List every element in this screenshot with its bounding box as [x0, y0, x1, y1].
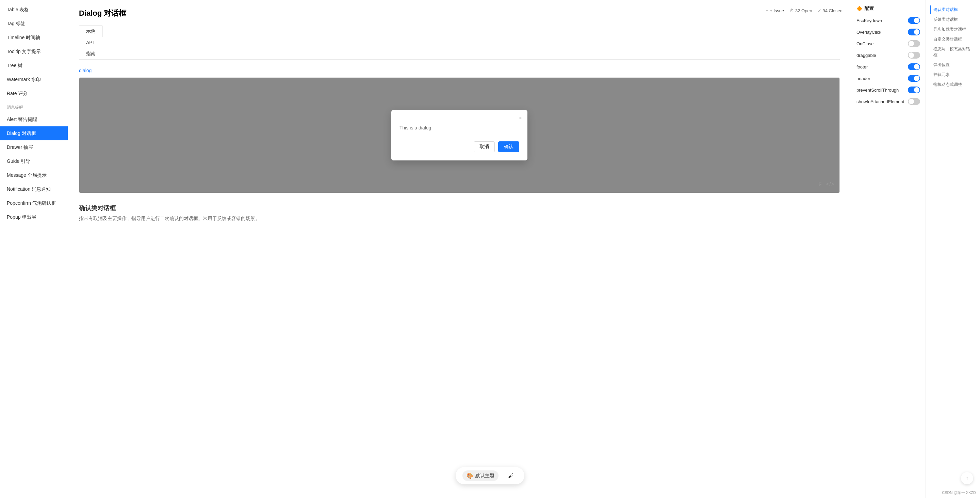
theme-label: 默认主题	[476, 473, 495, 479]
sidebar-item-dialog[interactable]: Dialog 对话框	[0, 126, 68, 140]
demo-actions: ⎘ </>	[819, 181, 834, 187]
right-nav-item-style[interactable]: 拖拽动态式调整	[930, 80, 976, 89]
tab-guide[interactable]: 指南	[79, 48, 103, 60]
toggle-preventScrollThrough[interactable]	[908, 86, 920, 93]
config-label-header: header	[856, 76, 870, 81]
sidebar-item-notification[interactable]: Notification 消息通知	[0, 182, 68, 196]
sidebar-item-table[interactable]: Table 表格	[0, 3, 68, 17]
sidebar-item-alert[interactable]: Alert 警告提醒	[0, 112, 68, 126]
issue-bar: + + Issue ⏱ 32 Open ✓ 94 Closed	[765, 8, 843, 13]
sidebar-item-tree[interactable]: Tree 树	[0, 59, 68, 73]
sidebar-item-guide[interactable]: Guide 引导	[0, 154, 68, 168]
dialog-close-button[interactable]: ×	[519, 115, 522, 121]
footer-note: CSDN @陌一 XKZD	[942, 490, 976, 495]
sidebar-item-message[interactable]: Message 全局提示	[0, 168, 68, 182]
toggle-header[interactable]	[908, 75, 920, 82]
closed-count: ✓ 94 Closed	[818, 8, 843, 13]
config-label-overlayClick: OverlayClick	[856, 30, 881, 35]
config-row-onClose: OnClose	[856, 40, 920, 47]
config-label-showInAttachedElement: showInAttachedElement	[856, 99, 904, 104]
clock-icon: ⏱	[789, 8, 794, 13]
cancel-button[interactable]: 取消	[474, 141, 495, 152]
plus-icon: +	[765, 8, 768, 13]
config-label-preventScrollThrough: preventScrollThrough	[856, 88, 899, 93]
demo-area: × This is a dialog 取消 确认 ⎘ </>	[79, 77, 840, 193]
toggle-onClose[interactable]	[908, 40, 920, 47]
tab-api[interactable]: API	[79, 37, 103, 48]
copy-icon[interactable]: ⎘	[819, 181, 822, 187]
config-label-escKeydown: EscKeydown	[856, 18, 882, 23]
config-row-overlayClick: OverlayClick	[856, 29, 920, 35]
config-row-draggable: draggable	[856, 52, 920, 59]
sidebar-item-timeline[interactable]: Timeline 时间轴	[0, 31, 68, 45]
config-row-escKeydown: EscKeydown	[856, 17, 920, 24]
dialog-link[interactable]: dialog	[79, 68, 92, 73]
sidebar-item-drawer[interactable]: Drawer 抽屉	[0, 140, 68, 154]
toggle-escKeydown[interactable]	[908, 17, 920, 24]
main-content: + + Issue ⏱ 32 Open ✓ 94 Closed Dialog 对…	[68, 0, 851, 498]
brush-icon: 🖌	[508, 473, 514, 479]
config-icon: 🔶	[856, 6, 862, 11]
config-title: 🔶 配置	[856, 5, 920, 11]
sidebar-item-watermark[interactable]: Watermark 水印	[0, 73, 68, 86]
theme-switcher: 🎨 默认主题 🖌	[456, 467, 524, 484]
palette-icon: 🎨	[466, 472, 473, 479]
sidebar-item-popup[interactable]: Popup 弹出层	[0, 210, 68, 224]
right-nav-item-confirm[interactable]: 确认类对话框	[930, 5, 976, 14]
theme-default-button[interactable]: 🎨 默认主题	[463, 471, 498, 481]
dialog-box: × This is a dialog 取消 确认	[391, 110, 527, 160]
config-row-footer: footer	[856, 63, 920, 70]
open-count: ⏱ 32 Open	[789, 8, 812, 13]
dialog-body: This is a dialog	[399, 118, 519, 141]
add-issue-label: + Issue	[770, 8, 784, 13]
sidebar-item-popconfirm[interactable]: Popconfirm 气泡确认框	[0, 196, 68, 210]
dialog-footer: 取消 确认	[399, 141, 519, 152]
theme-dark-button[interactable]: 🖌	[504, 471, 517, 481]
toggle-showInAttachedElement[interactable]	[908, 98, 920, 105]
toggle-overlayClick[interactable]	[908, 29, 920, 35]
scroll-top-button[interactable]: ↑	[961, 472, 973, 484]
tab-example[interactable]: 示例	[79, 25, 103, 37]
right-nav-item-mount[interactable]: 挂载元素	[930, 70, 976, 79]
right-nav-item-async-load[interactable]: 异步加载类对话框	[930, 25, 976, 34]
sidebar-item-tooltip[interactable]: Tooltip 文字提示	[0, 45, 68, 59]
app-layout: Table 表格Tag 标签Timeline 时间轴Tooltip 文字提示Tr…	[0, 0, 980, 498]
config-row-header: header	[856, 75, 920, 82]
config-label-draggable: draggable	[856, 53, 876, 58]
toggle-footer[interactable]	[908, 63, 920, 70]
right-nav-item-modal-state[interactable]: 模态与非模态类对话框	[930, 45, 976, 59]
config-row-showInAttachedElement: showInAttachedElement	[856, 98, 920, 105]
sidebar: Table 表格Tag 标签Timeline 时间轴Tooltip 文字提示Tr…	[0, 0, 68, 498]
config-label-footer: footer	[856, 64, 868, 70]
config-row-preventScrollThrough: preventScrollThrough	[856, 86, 920, 93]
right-nav-item-feedback[interactable]: 反馈类对话框	[930, 15, 976, 24]
sidebar-section-section-msg: 消息提醒	[0, 101, 68, 112]
check-icon: ✓	[818, 8, 821, 13]
section-title: 确认类对话框	[79, 204, 840, 212]
right-nav-item-position[interactable]: 弹出位置	[930, 61, 976, 69]
dialog-overlay: × This is a dialog 取消 确认	[79, 78, 840, 193]
config-label-onClose: OnClose	[856, 41, 874, 46]
arrow-up-icon: ↑	[966, 476, 969, 481]
add-issue-button[interactable]: + + Issue	[765, 8, 784, 13]
code-icon[interactable]: </>	[826, 181, 834, 187]
sidebar-item-rate[interactable]: Rate 评分	[0, 86, 68, 101]
sidebar-item-tag[interactable]: Tag 标签	[0, 17, 68, 31]
confirm-button[interactable]: 确认	[498, 141, 519, 152]
section-desc: 指带有取消及主要操作，指导用户进行二次确认的对话框。常用于反馈或容错的场景。	[79, 215, 840, 222]
right-nav: 确认类对话框反馈类对话框异步加载类对话框自定义类对话框模态与非模态类对话框弹出位…	[926, 0, 980, 498]
tabs: 示例API指南	[79, 25, 840, 60]
page-title: Dialog 对话框	[79, 8, 840, 18]
right-nav-item-custom[interactable]: 自定义类对话框	[930, 35, 976, 44]
toggle-draggable[interactable]	[908, 52, 920, 59]
config-panel: 🔶 配置 EscKeydownOverlayClickOnClosedragga…	[851, 0, 926, 498]
